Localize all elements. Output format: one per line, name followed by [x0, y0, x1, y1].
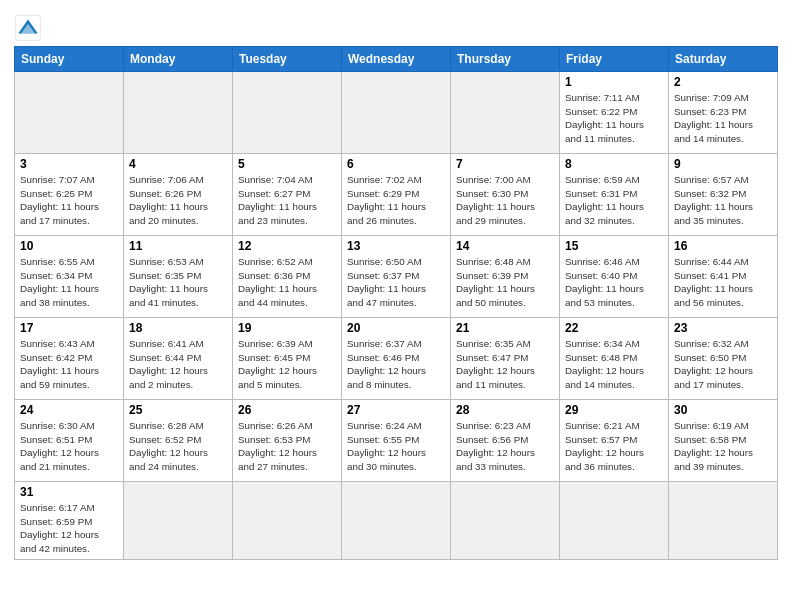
day-info: Sunrise: 7:04 AM Sunset: 6:27 PM Dayligh… [238, 173, 336, 228]
calendar-cell: 19Sunrise: 6:39 AM Sunset: 6:45 PM Dayli… [233, 318, 342, 400]
day-info: Sunrise: 7:02 AM Sunset: 6:29 PM Dayligh… [347, 173, 445, 228]
day-number: 12 [238, 239, 336, 253]
calendar-cell: 21Sunrise: 6:35 AM Sunset: 6:47 PM Dayli… [451, 318, 560, 400]
weekday-header-saturday: Saturday [669, 47, 778, 72]
day-info: Sunrise: 6:41 AM Sunset: 6:44 PM Dayligh… [129, 337, 227, 392]
calendar-cell: 27Sunrise: 6:24 AM Sunset: 6:55 PM Dayli… [342, 400, 451, 482]
day-info: Sunrise: 6:26 AM Sunset: 6:53 PM Dayligh… [238, 419, 336, 474]
day-info: Sunrise: 6:43 AM Sunset: 6:42 PM Dayligh… [20, 337, 118, 392]
calendar-cell: 28Sunrise: 6:23 AM Sunset: 6:56 PM Dayli… [451, 400, 560, 482]
day-number: 30 [674, 403, 772, 417]
calendar-cell: 1Sunrise: 7:11 AM Sunset: 6:22 PM Daylig… [560, 72, 669, 154]
day-number: 29 [565, 403, 663, 417]
day-number: 1 [565, 75, 663, 89]
day-number: 28 [456, 403, 554, 417]
day-number: 17 [20, 321, 118, 335]
day-info: Sunrise: 7:07 AM Sunset: 6:25 PM Dayligh… [20, 173, 118, 228]
week-row-1: 1Sunrise: 7:11 AM Sunset: 6:22 PM Daylig… [15, 72, 778, 154]
day-info: Sunrise: 6:37 AM Sunset: 6:46 PM Dayligh… [347, 337, 445, 392]
week-row-5: 24Sunrise: 6:30 AM Sunset: 6:51 PM Dayli… [15, 400, 778, 482]
day-info: Sunrise: 6:30 AM Sunset: 6:51 PM Dayligh… [20, 419, 118, 474]
calendar-cell: 10Sunrise: 6:55 AM Sunset: 6:34 PM Dayli… [15, 236, 124, 318]
day-number: 4 [129, 157, 227, 171]
calendar-cell: 16Sunrise: 6:44 AM Sunset: 6:41 PM Dayli… [669, 236, 778, 318]
weekday-header-monday: Monday [124, 47, 233, 72]
page: SundayMondayTuesdayWednesdayThursdayFrid… [0, 0, 792, 612]
day-info: Sunrise: 6:39 AM Sunset: 6:45 PM Dayligh… [238, 337, 336, 392]
calendar-cell: 12Sunrise: 6:52 AM Sunset: 6:36 PM Dayli… [233, 236, 342, 318]
calendar-cell: 6Sunrise: 7:02 AM Sunset: 6:29 PM Daylig… [342, 154, 451, 236]
calendar-cell: 8Sunrise: 6:59 AM Sunset: 6:31 PM Daylig… [560, 154, 669, 236]
day-info: Sunrise: 6:17 AM Sunset: 6:59 PM Dayligh… [20, 501, 118, 556]
day-info: Sunrise: 6:48 AM Sunset: 6:39 PM Dayligh… [456, 255, 554, 310]
day-info: Sunrise: 6:21 AM Sunset: 6:57 PM Dayligh… [565, 419, 663, 474]
day-number: 26 [238, 403, 336, 417]
calendar-cell: 23Sunrise: 6:32 AM Sunset: 6:50 PM Dayli… [669, 318, 778, 400]
calendar-cell: 18Sunrise: 6:41 AM Sunset: 6:44 PM Dayli… [124, 318, 233, 400]
day-info: Sunrise: 7:06 AM Sunset: 6:26 PM Dayligh… [129, 173, 227, 228]
week-row-2: 3Sunrise: 7:07 AM Sunset: 6:25 PM Daylig… [15, 154, 778, 236]
day-number: 2 [674, 75, 772, 89]
day-info: Sunrise: 7:11 AM Sunset: 6:22 PM Dayligh… [565, 91, 663, 146]
calendar-table: SundayMondayTuesdayWednesdayThursdayFrid… [14, 46, 778, 560]
day-number: 3 [20, 157, 118, 171]
weekday-header-wednesday: Wednesday [342, 47, 451, 72]
calendar-cell [124, 482, 233, 560]
calendar-cell: 5Sunrise: 7:04 AM Sunset: 6:27 PM Daylig… [233, 154, 342, 236]
day-number: 7 [456, 157, 554, 171]
weekday-header-friday: Friday [560, 47, 669, 72]
day-number: 18 [129, 321, 227, 335]
day-number: 21 [456, 321, 554, 335]
day-info: Sunrise: 7:00 AM Sunset: 6:30 PM Dayligh… [456, 173, 554, 228]
calendar-cell: 22Sunrise: 6:34 AM Sunset: 6:48 PM Dayli… [560, 318, 669, 400]
calendar-cell [560, 482, 669, 560]
calendar-cell: 17Sunrise: 6:43 AM Sunset: 6:42 PM Dayli… [15, 318, 124, 400]
calendar-cell: 11Sunrise: 6:53 AM Sunset: 6:35 PM Dayli… [124, 236, 233, 318]
calendar-cell: 24Sunrise: 6:30 AM Sunset: 6:51 PM Dayli… [15, 400, 124, 482]
day-info: Sunrise: 6:24 AM Sunset: 6:55 PM Dayligh… [347, 419, 445, 474]
calendar-cell [15, 72, 124, 154]
weekday-header-thursday: Thursday [451, 47, 560, 72]
calendar-cell: 29Sunrise: 6:21 AM Sunset: 6:57 PM Dayli… [560, 400, 669, 482]
calendar-cell: 13Sunrise: 6:50 AM Sunset: 6:37 PM Dayli… [342, 236, 451, 318]
day-number: 22 [565, 321, 663, 335]
calendar-cell: 26Sunrise: 6:26 AM Sunset: 6:53 PM Dayli… [233, 400, 342, 482]
day-info: Sunrise: 6:19 AM Sunset: 6:58 PM Dayligh… [674, 419, 772, 474]
day-number: 23 [674, 321, 772, 335]
day-info: Sunrise: 6:35 AM Sunset: 6:47 PM Dayligh… [456, 337, 554, 392]
day-number: 15 [565, 239, 663, 253]
day-number: 20 [347, 321, 445, 335]
day-info: Sunrise: 7:09 AM Sunset: 6:23 PM Dayligh… [674, 91, 772, 146]
day-number: 9 [674, 157, 772, 171]
day-info: Sunrise: 6:57 AM Sunset: 6:32 PM Dayligh… [674, 173, 772, 228]
calendar-cell [669, 482, 778, 560]
weekday-header-sunday: Sunday [15, 47, 124, 72]
day-number: 25 [129, 403, 227, 417]
calendar-cell [233, 482, 342, 560]
logo-icon [14, 14, 42, 42]
day-number: 11 [129, 239, 227, 253]
calendar-cell [342, 72, 451, 154]
calendar-cell [233, 72, 342, 154]
header [14, 10, 778, 42]
week-row-4: 17Sunrise: 6:43 AM Sunset: 6:42 PM Dayli… [15, 318, 778, 400]
week-row-3: 10Sunrise: 6:55 AM Sunset: 6:34 PM Dayli… [15, 236, 778, 318]
logo [14, 14, 46, 42]
day-info: Sunrise: 6:23 AM Sunset: 6:56 PM Dayligh… [456, 419, 554, 474]
weekday-header-tuesday: Tuesday [233, 47, 342, 72]
day-info: Sunrise: 6:53 AM Sunset: 6:35 PM Dayligh… [129, 255, 227, 310]
calendar-cell: 7Sunrise: 7:00 AM Sunset: 6:30 PM Daylig… [451, 154, 560, 236]
day-number: 31 [20, 485, 118, 499]
day-info: Sunrise: 6:59 AM Sunset: 6:31 PM Dayligh… [565, 173, 663, 228]
day-number: 10 [20, 239, 118, 253]
calendar-cell [342, 482, 451, 560]
calendar-cell: 20Sunrise: 6:37 AM Sunset: 6:46 PM Dayli… [342, 318, 451, 400]
day-number: 8 [565, 157, 663, 171]
day-info: Sunrise: 6:28 AM Sunset: 6:52 PM Dayligh… [129, 419, 227, 474]
day-number: 16 [674, 239, 772, 253]
calendar-cell [451, 482, 560, 560]
day-number: 5 [238, 157, 336, 171]
day-number: 24 [20, 403, 118, 417]
day-number: 27 [347, 403, 445, 417]
day-info: Sunrise: 6:46 AM Sunset: 6:40 PM Dayligh… [565, 255, 663, 310]
